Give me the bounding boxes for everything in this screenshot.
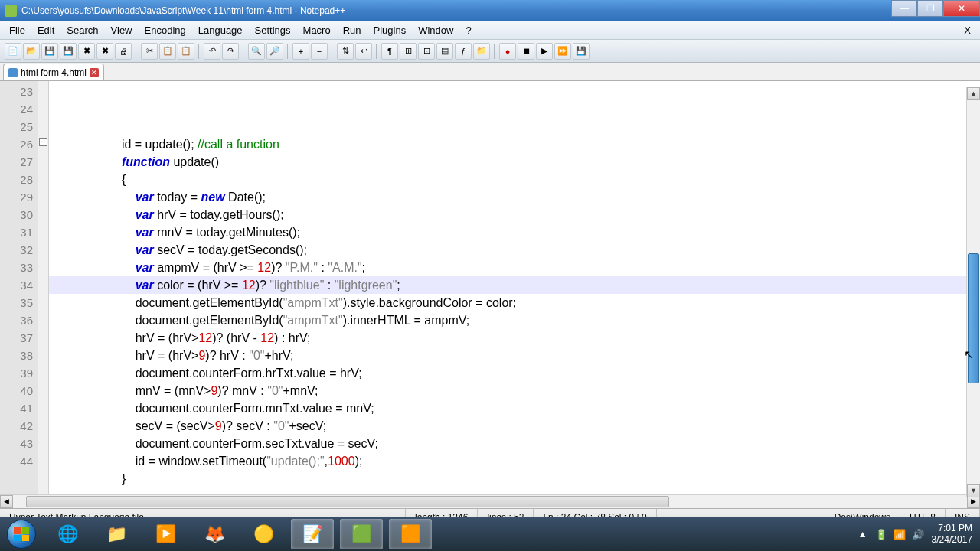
toolbar-sep: [332, 44, 333, 59]
taskbar-explorer-icon[interactable]: 📁: [95, 519, 138, 549]
show-chars-button[interactable]: ¶: [381, 43, 398, 60]
menu-bar: File Edit Search View Encoding Language …: [0, 21, 980, 40]
window-title: C:\Users\yousufs\Downloads\JavaScript\We…: [21, 5, 891, 16]
fold-margin[interactable]: −: [38, 81, 49, 494]
title-bar: C:\Users\yousufs\Downloads\JavaScript\We…: [0, 0, 980, 21]
func-list-button[interactable]: ƒ: [455, 43, 472, 60]
close-all-button[interactable]: ✖: [96, 43, 113, 60]
record-macro-button[interactable]: ●: [499, 43, 516, 60]
battery-icon[interactable]: 🔋: [875, 529, 887, 540]
paste-button[interactable]: 📋: [178, 43, 194, 60]
taskbar-app-orange-icon[interactable]: 🟧: [389, 519, 432, 549]
start-button[interactable]: [0, 517, 43, 551]
window-buttons: — ❐ ✕: [891, 0, 980, 21]
tray-icons: 🔋 📶 🔊: [875, 529, 924, 540]
taskbar: 🌐 📁 ▶️ 🦊 🟡 📝 🟩 🟧 ▲ 🔋 📶 🔊 7:01 PM 3/24/20…: [0, 517, 980, 551]
minimize-button[interactable]: —: [891, 0, 917, 17]
toolbar-sep: [136, 44, 137, 59]
toolbar: 📄 📂 💾 💾 ✖ ✖ 🖨 ✂ 📋 📋 ↶ ↷ 🔍 🔎 + − ⇅ ↩ ¶ ⊞ …: [0, 40, 980, 63]
taskbar-notepadpp-icon[interactable]: 📝: [291, 519, 334, 549]
tab-close-button[interactable]: ✕: [90, 68, 99, 77]
tab-file[interactable]: html form 4.html ✕: [3, 64, 104, 80]
code-area[interactable]: id = update(); //call a function functio…: [49, 81, 980, 494]
menu-view[interactable]: View: [105, 22, 139, 38]
taskbar-media-icon[interactable]: ▶️: [144, 519, 187, 549]
start-orb-icon: [7, 520, 36, 549]
menu-macro[interactable]: Macro: [297, 22, 337, 38]
line-number-gutter: 2324252627282930313233343536373839404142…: [0, 81, 38, 494]
volume-icon[interactable]: 🔊: [912, 529, 924, 540]
sync-scroll-button[interactable]: ⇅: [337, 43, 354, 60]
toolbar-sep: [494, 44, 495, 59]
find-button[interactable]: 🔍: [248, 43, 265, 60]
hscroll-thumb[interactable]: [26, 496, 669, 507]
udl-button[interactable]: ⊡: [418, 43, 435, 60]
scroll-left-button[interactable]: ◀: [0, 495, 13, 508]
toolbar-sep: [198, 44, 200, 59]
folder-view-button[interactable]: 📁: [473, 43, 490, 60]
taskbar-app-green-icon[interactable]: 🟩: [340, 519, 383, 549]
menu-edit[interactable]: Edit: [31, 22, 60, 38]
play-macro-button[interactable]: ▶: [536, 43, 553, 60]
open-file-button[interactable]: 📂: [23, 43, 40, 60]
save-button[interactable]: 💾: [41, 43, 58, 60]
toolbar-sep: [243, 44, 244, 59]
network-icon[interactable]: 📶: [893, 529, 906, 540]
print-button[interactable]: 🖨: [115, 43, 132, 60]
toolbar-sep: [376, 44, 377, 59]
clock-date: 3/24/2017: [932, 534, 972, 546]
copy-button[interactable]: 📋: [159, 43, 176, 60]
hscroll-track[interactable]: [13, 495, 967, 508]
close-button[interactable]: ✕: [943, 0, 980, 17]
replace-button[interactable]: 🔎: [266, 43, 283, 60]
menu-plugins[interactable]: Plugins: [368, 22, 413, 38]
cut-button[interactable]: ✂: [141, 43, 158, 60]
save-macro-button[interactable]: 💾: [573, 43, 590, 60]
menu-settings[interactable]: Settings: [249, 22, 297, 38]
clock-time: 7:01 PM: [932, 523, 972, 534]
stop-macro-button[interactable]: ◼: [518, 43, 534, 60]
code-content: id = update(); //call a function functio…: [54, 135, 980, 487]
fold-toggle-icon[interactable]: −: [39, 138, 47, 146]
app-icon: [5, 5, 17, 17]
menu-file[interactable]: File: [3, 22, 31, 38]
zoom-in-button[interactable]: +: [292, 43, 309, 60]
redo-button[interactable]: ↷: [222, 43, 239, 60]
tray-chevron-icon[interactable]: ▲: [858, 529, 867, 540]
system-tray[interactable]: ▲ 🔋 📶 🔊 7:01 PM 3/24/2017: [858, 523, 980, 546]
menu-run[interactable]: Run: [337, 22, 368, 38]
taskbar-chrome-icon[interactable]: 🟡: [242, 519, 285, 549]
toolbar-sep: [287, 44, 289, 59]
scroll-up-button[interactable]: ▲: [967, 87, 980, 100]
menu-search[interactable]: Search: [60, 22, 104, 38]
taskbar-firefox-icon[interactable]: 🦊: [193, 519, 236, 549]
file-icon: [8, 68, 18, 77]
menu-encoding[interactable]: Encoding: [139, 22, 192, 38]
tab-bar: html form 4.html ✕: [0, 63, 980, 81]
save-all-button[interactable]: 💾: [60, 43, 77, 60]
new-file-button[interactable]: 📄: [5, 43, 21, 60]
maximize-button[interactable]: ❐: [917, 0, 943, 17]
undo-button[interactable]: ↶: [204, 43, 220, 60]
editor[interactable]: 2324252627282930313233343536373839404142…: [0, 81, 980, 494]
wrap-button[interactable]: ↩: [355, 43, 372, 60]
menu-window[interactable]: Window: [412, 22, 459, 38]
zoom-out-button[interactable]: −: [311, 43, 328, 60]
clock[interactable]: 7:01 PM 3/24/2017: [932, 523, 972, 546]
menu-language[interactable]: Language: [192, 22, 249, 38]
indent-guide-button[interactable]: ⊞: [400, 43, 416, 60]
tab-label: html form 4.html: [21, 67, 87, 78]
play-multi-button[interactable]: ⏩: [554, 43, 571, 60]
menu-help[interactable]: ?: [459, 22, 477, 38]
taskbar-ie-icon[interactable]: 🌐: [46, 519, 89, 549]
horizontal-scrollbar[interactable]: ◀ ▶: [0, 494, 980, 508]
doc-map-button[interactable]: ▤: [436, 43, 453, 60]
close-file-button[interactable]: ✖: [78, 43, 95, 60]
menu-close-doc[interactable]: X: [958, 22, 980, 38]
